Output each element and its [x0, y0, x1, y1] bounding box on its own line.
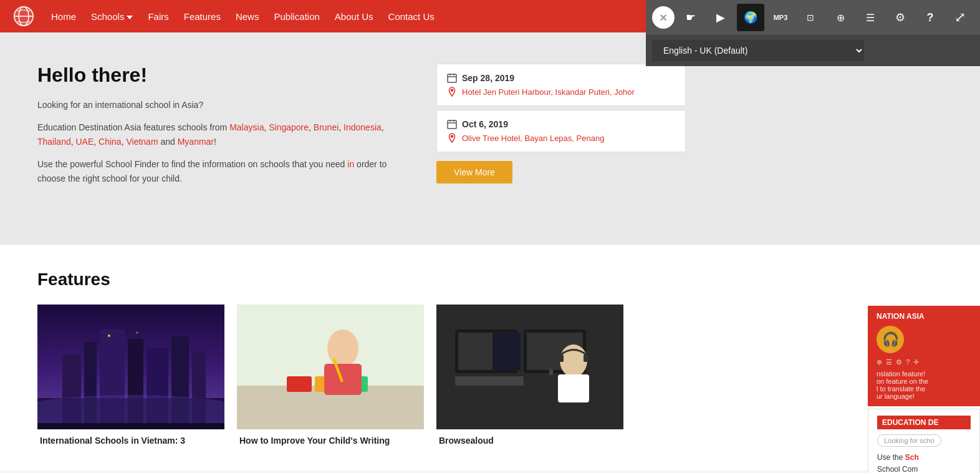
move-icon: ⤢ — [954, 9, 966, 26]
side-card-nation-asia-title: NATION ASIA — [877, 312, 971, 321]
nav-link-home[interactable]: Home — [45, 6, 82, 27]
side-card-search-box[interactable]: Looking for scho — [877, 434, 941, 447]
site-logo[interactable] — [12, 5, 35, 27]
side-card-education-text: Use the Sch School Com to hel — [877, 452, 971, 471]
ba-hand-button[interactable]: ☛ — [677, 4, 704, 31]
uae-link[interactable]: UAE — [75, 137, 94, 147]
ba-mp3-button[interactable]: MP3 — [767, 4, 794, 31]
singapore-link[interactable]: Singapore — [269, 122, 309, 132]
feature-image-3 — [436, 305, 623, 429]
event-location-1: Hotel Jen Puteri Harbour, Iskandar Puter… — [447, 87, 675, 97]
nation-asia-logo: 🎧 — [877, 326, 904, 353]
school-finder-link[interactable]: in — [347, 159, 354, 169]
location-pin-icon-1 — [447, 87, 457, 97]
hand-icon: ☛ — [686, 11, 696, 24]
nav-item-news[interactable]: News — [229, 6, 266, 27]
event-date-1: Sep 28, 2019 — [447, 73, 675, 83]
play-icon: ▶ — [716, 11, 725, 24]
mini-list-icon: ☰ — [886, 358, 892, 366]
svg-point-13 — [451, 135, 453, 137]
nav-link-about[interactable]: About Us — [329, 6, 380, 27]
event-item-2: Oct 6, 2019 Olive Tree Hotel, Bayan Lepa… — [436, 110, 686, 152]
magnifier-icon: ⊕ — [837, 12, 845, 24]
svg-rect-9 — [448, 120, 456, 129]
nav-item-features[interactable]: Features — [178, 6, 227, 27]
features-grid: International Schools in Vietnam: 3 — [37, 305, 943, 446]
browsealoud-overlay: × ☛ ▶ 🌍 MP3 ⊡ ⊕ ☰ ⚙ ? ⤢ — [646, 0, 980, 66]
ba-lang-row: English - UK (Default) Malay Chinese (Si… — [646, 35, 980, 66]
hero-tagline: Looking for an international school in A… — [37, 98, 411, 112]
side-card-nation-asia: NATION ASIA 🎧 ⊕ ☰ ⚙ ? ✛ nslation feature… — [868, 306, 980, 406]
feature-card-1[interactable]: International Schools in Vietnam: 3 — [37, 305, 224, 446]
china-link[interactable]: China — [98, 137, 122, 147]
nav-item-home[interactable]: Home — [45, 6, 82, 27]
brunei-link[interactable]: Brunei — [314, 122, 339, 132]
mini-help-icon: ? — [906, 358, 910, 366]
svg-rect-29 — [287, 376, 312, 392]
nav-link-fairs[interactable]: Fairs — [142, 6, 175, 27]
nav-item-fairs[interactable]: Fairs — [142, 6, 175, 27]
side-overlay: NATION ASIA 🎧 ⊕ ☰ ⚙ ? ✛ nslation feature… — [868, 306, 980, 471]
nav-link-news[interactable]: News — [229, 6, 266, 27]
thailand-link[interactable]: Thailand — [37, 137, 71, 147]
ba-help-button[interactable]: ? — [916, 4, 944, 31]
calendar-icon-1 — [447, 73, 457, 83]
close-icon: × — [660, 11, 667, 25]
nav-item-about[interactable]: About Us — [329, 6, 380, 27]
hero-events: Sep 28, 2019 Hotel Jen Puteri Harbour, I… — [436, 64, 686, 207]
feature-card-2[interactable]: How to Improve Your Child's Writing — [237, 305, 424, 446]
screen-icon: ⊡ — [807, 12, 814, 22]
indonesia-link[interactable]: Indonesia — [343, 122, 382, 132]
list-icon: ☰ — [866, 12, 875, 24]
education-highlight-1: Sch — [905, 453, 919, 462]
ba-list-button[interactable]: ☰ — [857, 4, 884, 31]
chevron-down-icon — [127, 16, 133, 19]
ba-settings-button[interactable]: ⚙ — [886, 4, 914, 31]
feature-card-title-2: How to Improve Your Child's Writing — [237, 436, 424, 446]
event-location-2: Olive Tree Hotel, Bayan Lepas, Penang — [447, 133, 675, 143]
nav-item-schools[interactable]: Schools — [85, 6, 139, 27]
feature-card-3[interactable]: Browsealoud — [436, 305, 623, 446]
nav-link-features[interactable]: Features — [178, 6, 227, 27]
nav-link-contact[interactable]: Contact Us — [382, 6, 441, 27]
side-card-education: EDUCATION DE Looking for scho Use the Sc… — [868, 409, 980, 471]
svg-rect-38 — [492, 333, 521, 370]
ba-close-button[interactable]: × — [652, 6, 675, 29]
mini-settings-icon: ⚙ — [896, 358, 902, 366]
ba-move-button[interactable]: ⤢ — [946, 4, 974, 31]
feature-card-title-3: Browsealoud — [436, 436, 623, 446]
mini-search-icon: ⊕ — [877, 358, 882, 366]
ba-toolbar: × ☛ ▶ 🌍 MP3 ⊡ ⊕ ☰ ⚙ ? ⤢ — [646, 0, 980, 35]
hero-description1: Education Destination Asia features scho… — [37, 120, 411, 149]
ba-search-button[interactable]: ⊕ — [827, 4, 854, 31]
hero-heading: Hello there! — [37, 64, 411, 87]
nav-item-publication[interactable]: Publication — [267, 6, 325, 27]
myanmar-link[interactable]: Myanmar — [178, 137, 214, 147]
svg-rect-41 — [455, 376, 524, 386]
ba-play-button[interactable]: ▶ — [707, 4, 734, 31]
side-card-nation-asia-subtext: on feature on thel to translate theur la… — [877, 378, 971, 400]
ba-globe-button[interactable]: 🌍 — [737, 4, 764, 31]
view-more-button[interactable]: View More — [436, 161, 512, 183]
nav-link-schools[interactable]: Schools — [85, 6, 139, 27]
nav-item-contact[interactable]: Contact Us — [382, 6, 441, 27]
ba-screen-button[interactable]: ⊡ — [797, 4, 824, 31]
feature-image-2 — [237, 305, 424, 429]
help-icon: ? — [927, 11, 934, 24]
svg-rect-4 — [448, 74, 456, 82]
nav-link-publication[interactable]: Publication — [267, 6, 325, 27]
vietnam-link[interactable]: Vietnam — [126, 137, 158, 147]
event-item-1: Sep 28, 2019 Hotel Jen Puteri Harbour, I… — [436, 64, 686, 106]
location-pin-icon-2 — [447, 133, 457, 143]
ba-language-select[interactable]: English - UK (Default) Malay Chinese (Si… — [652, 40, 864, 61]
svg-rect-47 — [549, 369, 553, 375]
svg-point-8 — [451, 89, 453, 91]
svg-rect-43 — [558, 374, 589, 402]
mini-move-icon: ✛ — [913, 358, 919, 366]
malaysia-link[interactable]: Malaysia — [229, 122, 264, 132]
svg-rect-26 — [37, 423, 224, 429]
hero-description2: Use the powerful School Finder to find t… — [37, 157, 411, 185]
feature-card-title-1: International Schools in Vietnam: 3 — [37, 436, 224, 446]
svg-point-25 — [137, 332, 138, 334]
svg-rect-45 — [584, 354, 588, 362]
